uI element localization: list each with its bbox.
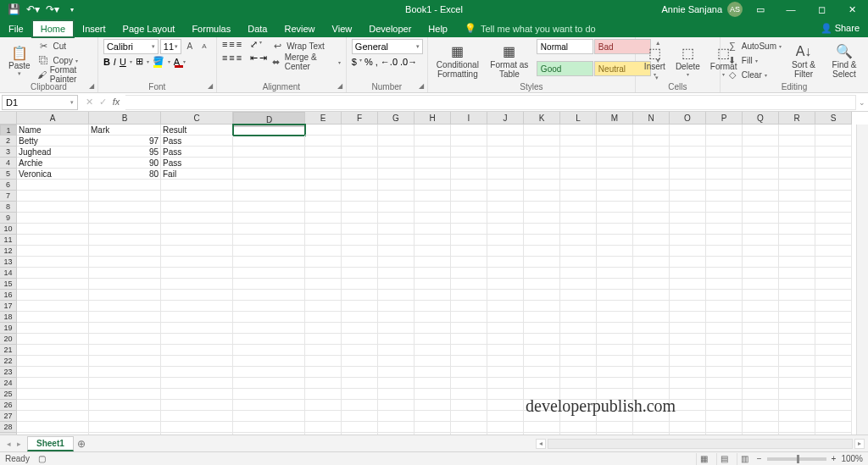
cell[interactable] — [524, 147, 560, 158]
cell[interactable] — [378, 367, 415, 378]
cell[interactable] — [342, 301, 378, 312]
cell[interactable] — [161, 378, 233, 389]
cell[interactable] — [415, 213, 451, 224]
cell[interactable] — [415, 389, 451, 400]
ribbon-options-icon[interactable]: ▭ — [748, 1, 773, 18]
cell[interactable] — [451, 367, 487, 378]
cell[interactable] — [743, 422, 779, 433]
cell[interactable] — [779, 411, 815, 422]
cell[interactable] — [89, 323, 161, 334]
cell[interactable] — [633, 433, 670, 435]
cell[interactable] — [633, 125, 670, 136]
col-header-I[interactable]: I — [451, 112, 487, 125]
cell[interactable] — [342, 422, 378, 433]
cell[interactable] — [633, 224, 670, 235]
row-header[interactable]: 5 — [0, 169, 17, 180]
cell[interactable] — [597, 290, 633, 301]
cell[interactable] — [305, 411, 342, 422]
expand-formula-bar-icon[interactable]: ⌄ — [856, 98, 868, 107]
cell[interactable] — [706, 411, 743, 422]
cell[interactable] — [487, 356, 524, 367]
cell[interactable] — [305, 312, 342, 323]
cell[interactable] — [305, 323, 342, 334]
cell[interactable] — [451, 378, 487, 389]
cell[interactable] — [451, 180, 487, 191]
cell[interactable] — [670, 202, 706, 213]
cell[interactable] — [560, 323, 597, 334]
cell[interactable] — [670, 213, 706, 224]
cell[interactable] — [743, 378, 779, 389]
cell[interactable] — [597, 158, 633, 169]
cell[interactable] — [378, 235, 415, 246]
decrease-indent-icon[interactable]: ⇤ — [250, 53, 258, 64]
cell[interactable] — [305, 345, 342, 356]
cell[interactable] — [233, 389, 305, 400]
cell[interactable] — [161, 334, 233, 345]
cell[interactable] — [415, 301, 451, 312]
cell[interactable] — [233, 290, 305, 301]
cell[interactable] — [161, 290, 233, 301]
cell[interactable] — [233, 334, 305, 345]
cell[interactable] — [305, 191, 342, 202]
underline-button[interactable]: U — [120, 57, 126, 67]
cell[interactable] — [415, 202, 451, 213]
cell[interactable] — [524, 180, 560, 191]
cell[interactable] — [524, 268, 560, 279]
cell[interactable] — [597, 147, 633, 158]
cell[interactable] — [161, 356, 233, 367]
cell[interactable] — [524, 136, 560, 147]
cell[interactable] — [779, 290, 815, 301]
cell[interactable] — [89, 213, 161, 224]
cell[interactable] — [487, 345, 524, 356]
close-icon[interactable]: ✕ — [839, 1, 865, 18]
cell[interactable] — [305, 422, 342, 433]
cell[interactable] — [17, 202, 89, 213]
row-header[interactable]: 12 — [0, 246, 17, 257]
cell[interactable] — [17, 224, 89, 235]
cell[interactable] — [415, 411, 451, 422]
cell[interactable] — [597, 235, 633, 246]
cell[interactable] — [451, 411, 487, 422]
cell[interactable] — [487, 169, 524, 180]
increase-indent-icon[interactable]: ⇥ — [259, 53, 267, 64]
fill-button[interactable]: ⬇Fill ▾ — [726, 53, 782, 67]
cell[interactable] — [524, 290, 560, 301]
cell[interactable] — [17, 411, 89, 422]
cell[interactable] — [233, 301, 305, 312]
cell[interactable] — [779, 158, 815, 169]
cell[interactable] — [633, 180, 670, 191]
cell[interactable] — [342, 290, 378, 301]
cell[interactable] — [706, 378, 743, 389]
dialog-launcher-icon[interactable]: ◢ — [336, 82, 344, 91]
cell[interactable] — [89, 389, 161, 400]
cell[interactable] — [706, 235, 743, 246]
cell[interactable] — [161, 367, 233, 378]
cell[interactable] — [305, 169, 342, 180]
cell[interactable] — [17, 257, 89, 268]
cell[interactable] — [560, 345, 597, 356]
cell[interactable] — [743, 191, 779, 202]
cell[interactable] — [779, 422, 815, 433]
cell[interactable] — [524, 389, 560, 400]
hscroll-right-icon[interactable]: ▸ — [854, 439, 865, 449]
cell[interactable] — [305, 389, 342, 400]
zoom-slider[interactable] — [767, 457, 826, 461]
cell[interactable] — [161, 202, 233, 213]
dialog-launcher-icon[interactable]: ◢ — [417, 82, 426, 91]
cell[interactable] — [415, 433, 451, 435]
cell[interactable] — [597, 345, 633, 356]
cell[interactable] — [815, 279, 852, 290]
cell[interactable] — [670, 125, 706, 136]
cell[interactable] — [706, 301, 743, 312]
cell[interactable]: 97 — [89, 136, 161, 147]
row-header[interactable]: 26 — [0, 400, 17, 411]
cell[interactable] — [779, 334, 815, 345]
cell[interactable] — [815, 257, 852, 268]
cell[interactable] — [415, 169, 451, 180]
qat-customize-icon[interactable]: ▾ — [64, 1, 81, 18]
tab-data[interactable]: Data — [239, 20, 275, 37]
cell[interactable]: 95 — [89, 147, 161, 158]
cell[interactable] — [815, 191, 852, 202]
cell[interactable] — [305, 356, 342, 367]
cell[interactable] — [633, 246, 670, 257]
